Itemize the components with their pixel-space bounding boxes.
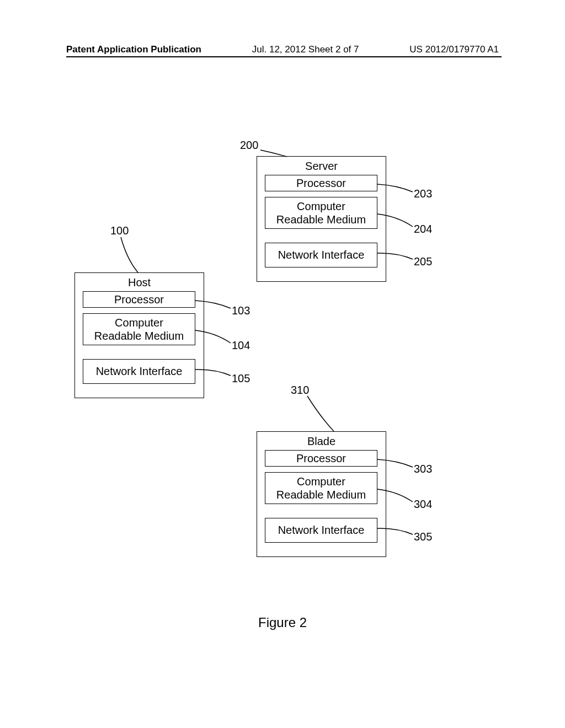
host-processor-label: Processor [114, 293, 164, 306]
host-medium: Computer Readable Medium [83, 313, 195, 345]
blade-interface-ref: 305 [414, 531, 432, 543]
blade-interface: Network Interface [265, 518, 377, 543]
blade-medium-ref: 304 [414, 498, 432, 511]
host-interface-label: Network Interface [96, 365, 183, 378]
host-interface: Network Interface [83, 359, 195, 384]
blade-processor: Processor [265, 450, 377, 467]
server-interface-label: Network Interface [278, 249, 365, 261]
blade-interface-label: Network Interface [278, 524, 365, 537]
server-medium-label: Computer Readable Medium [276, 200, 366, 226]
server-processor: Processor [265, 175, 377, 191]
blade-medium-label: Computer Readable Medium [276, 475, 366, 501]
blade-processor-label: Processor [296, 452, 346, 465]
host-title: Host [74, 276, 204, 289]
server-medium-ref: 204 [414, 223, 432, 235]
blade-title: Blade [257, 435, 386, 448]
host-processor-ref: 103 [232, 304, 250, 317]
server-interface: Network Interface [265, 243, 377, 267]
host-medium-label: Computer Readable Medium [94, 316, 184, 342]
server-ref: 200 [240, 139, 258, 152]
server-processor-label: Processor [296, 177, 346, 190]
leader-310 [307, 396, 334, 431]
host-ref: 100 [110, 224, 129, 237]
leader-100 [121, 237, 138, 272]
blade-ref: 310 [291, 384, 309, 397]
blade-medium: Computer Readable Medium [265, 472, 377, 504]
server-medium: Computer Readable Medium [265, 197, 377, 229]
server-interface-ref: 205 [414, 255, 432, 268]
host-processor: Processor [83, 291, 195, 308]
figure-caption: Figure 2 [0, 615, 565, 630]
server-processor-ref: 203 [414, 188, 432, 200]
host-interface-ref: 105 [232, 372, 250, 385]
host-medium-ref: 104 [232, 339, 250, 352]
blade-processor-ref: 303 [414, 463, 432, 475]
server-title: Server [257, 160, 386, 173]
